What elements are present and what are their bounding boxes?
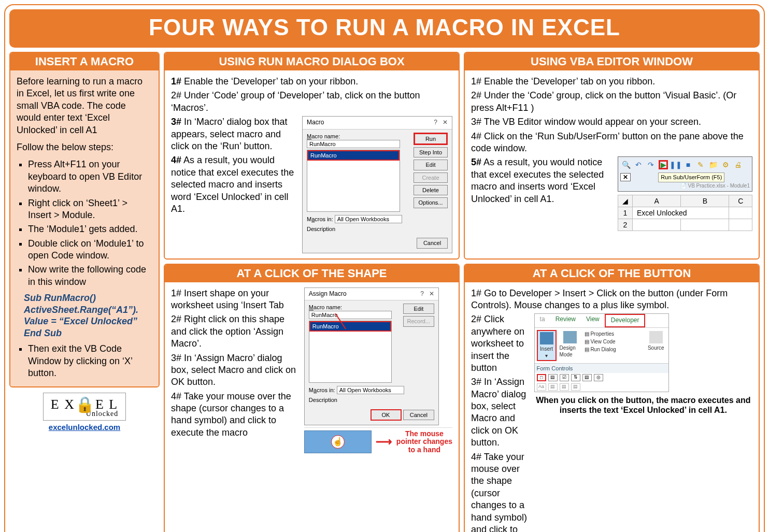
- step: 2# Right click on this shape and click t…: [171, 313, 300, 350]
- macro-name-input[interactable]: [307, 140, 400, 148]
- spinner-control-icon[interactable]: ⇅: [571, 374, 580, 381]
- listbox-control-icon[interactable]: ▤: [582, 374, 592, 381]
- macros-in-select[interactable]: All Open Workbooks: [337, 386, 404, 394]
- button-control-icon[interactable]: □: [537, 374, 546, 381]
- macro-list-item[interactable]: RunMacro: [309, 321, 391, 332]
- close-icon[interactable]: ✕: [429, 290, 434, 298]
- help-icon[interactable]: ?: [434, 119, 437, 127]
- code-block: Sub RunMacro() ActiveSheet.Range(“A1”). …: [24, 292, 152, 339]
- close-icon[interactable]: ✕: [443, 119, 448, 127]
- control-icon[interactable]: Aa: [537, 383, 546, 391]
- pause-icon[interactable]: ❚❚: [671, 160, 680, 169]
- hand-caption: The mouse pointer changes to a hand: [396, 430, 452, 454]
- step: 1# Go to Developer > Insert > Click on t…: [471, 287, 752, 312]
- project-icon[interactable]: 📁: [708, 160, 718, 169]
- stop-icon[interactable]: ■: [683, 160, 693, 169]
- row: 3# In ‘Macro’ dialog box that appears, s…: [171, 116, 452, 253]
- object-icon[interactable]: 🖨: [733, 160, 743, 169]
- run-sub-icon[interactable]: ▶: [659, 160, 668, 169]
- developer-ribbon: ta Review View Developer Insert ▾: [534, 313, 669, 392]
- panel-body: 1# Insert shape on your worksheet using …: [165, 282, 459, 532]
- properties-icon[interactable]: ⚙: [721, 160, 730, 169]
- checkbox-control-icon[interactable]: ☑: [560, 374, 569, 381]
- step: 3# The VB Editor window would appear on …: [471, 116, 752, 128]
- corner-cell: ◢: [618, 195, 633, 207]
- step: 2# Under ‘Code’ group of ‘Developer’ tab…: [171, 90, 452, 114]
- step: 1# Enable the ‘Developer’ tab on you rib…: [471, 76, 752, 88]
- ok-button[interactable]: OK: [371, 409, 402, 421]
- view-code-item[interactable]: ▤ View Code: [585, 338, 616, 346]
- tab-view[interactable]: View: [581, 314, 605, 327]
- delete-button[interactable]: Delete: [414, 185, 448, 195]
- source-button[interactable]: Source: [646, 330, 666, 352]
- tab[interactable]: ta: [535, 314, 550, 327]
- dialog-title: Macro: [307, 119, 324, 127]
- panel-click-button: AT A CLICK OF THE BUTTON 1# Go to Develo…: [464, 264, 760, 532]
- options-button[interactable]: Options...: [414, 197, 448, 208]
- tab-review[interactable]: Review: [550, 314, 581, 327]
- follow-text: Follow the below steps:: [17, 141, 152, 153]
- edit-button[interactable]: Edit: [403, 304, 434, 314]
- tab-developer[interactable]: Developer: [605, 314, 646, 327]
- run-dialog-item[interactable]: ▤ Run Dialog: [585, 346, 616, 353]
- dialog-titlebar: Macro ? ✕: [303, 117, 452, 130]
- row: 2# Click anywhere on worksheet to insert…: [471, 313, 752, 532]
- option-control-icon[interactable]: ◎: [594, 374, 603, 381]
- result-caption: When you click on the button, the macro …: [534, 395, 752, 415]
- help-icon[interactable]: ?: [420, 290, 424, 298]
- find-icon[interactable]: 🔍: [621, 160, 631, 169]
- macros-in-select[interactable]: All Open Workbooks: [335, 215, 402, 223]
- design-mode-button[interactable]: Design Mode: [558, 330, 582, 359]
- code-line: Sub RunMacro(): [24, 292, 152, 304]
- macro-listbox[interactable]: RunMacro: [307, 150, 400, 212]
- text-col: 2# Click anywhere on worksheet to insert…: [471, 313, 530, 532]
- dialog-footer: Cancel: [303, 236, 452, 252]
- description-label: Description: [307, 225, 448, 233]
- record-button: Record...: [403, 316, 434, 326]
- ribbon-body: Insert ▾ Design Mode ▤ Properties ▤ View: [535, 328, 668, 363]
- button-column: Edit Record...: [403, 304, 434, 327]
- redo-icon[interactable]: ↷: [646, 160, 656, 169]
- text-col: 1# Insert shape on your worksheet using …: [171, 287, 300, 454]
- control-icon[interactable]: ▤: [560, 383, 569, 391]
- step: 4# Take your mouse over the shape (curso…: [171, 391, 300, 439]
- steps-list: Press Alt+F11 on your keyboard to open V…: [17, 159, 152, 288]
- panel-header: USING VBA EDITOR WINDOW: [465, 53, 759, 70]
- macro-dialog: Macro ? ✕ Run Step Into Edit Crea: [302, 116, 452, 253]
- cancel-button[interactable]: Cancel: [403, 410, 434, 420]
- excel-grid: ◢ A B C 1 Excel Unlocked 2: [618, 195, 752, 232]
- step: Right click on ‘Sheet1’ > Insert > Modul…: [28, 197, 152, 222]
- control-icon[interactable]: ▤: [571, 383, 580, 391]
- run-button[interactable]: Run: [414, 133, 448, 145]
- undo-icon[interactable]: ↶: [634, 160, 643, 169]
- step: Then exit the VB Code Window by clicking…: [28, 343, 152, 379]
- row: 1# Insert shape on your worksheet using …: [171, 287, 452, 454]
- design-icon: [563, 331, 577, 343]
- control-icon[interactable]: ▤: [548, 383, 558, 391]
- run-tooltip: Run Sub/UserForm (F5): [658, 172, 724, 182]
- step-into-button[interactable]: Step Into: [414, 147, 448, 157]
- macro-name-input[interactable]: [309, 311, 392, 319]
- cell: [729, 219, 752, 231]
- toolbar-icons: 🔍 ↶ ↷ ▶ ❚❚ ■ ✎ 📁 ⚙ 🖨: [620, 159, 750, 170]
- step: 5# As a result, you would notice that ex…: [471, 156, 614, 205]
- panel-body: 1# Enable the ‘Developer’ tab on you rib…: [465, 70, 759, 258]
- close-sub-icon[interactable]: ✕: [620, 173, 631, 181]
- lock-icon: 🔒: [75, 396, 95, 413]
- vba-illustration: 🔍 ↶ ↷ ▶ ❚❚ ■ ✎ 📁 ⚙ 🖨: [618, 156, 752, 231]
- cancel-button[interactable]: Cancel: [417, 238, 448, 248]
- properties-item[interactable]: ▤ Properties: [585, 330, 616, 338]
- create-button: Create: [414, 172, 448, 183]
- form-controls-label: Form Controls: [535, 363, 668, 373]
- left-column: INSERT A MACRO Before learning to run a …: [9, 52, 160, 532]
- hand-cursor-icon: ☝: [331, 435, 345, 449]
- site-link[interactable]: excelunlocked.com: [9, 423, 160, 432]
- macro-listbox[interactable]: RunMacro: [309, 321, 392, 383]
- worksheet-shape[interactable]: ☝: [304, 430, 372, 453]
- macro-list-item[interactable]: RunMacro: [307, 150, 400, 161]
- insert-button[interactable]: Insert ▾: [537, 330, 557, 361]
- combo-control-icon[interactable]: ▤: [548, 374, 558, 381]
- design-icon[interactable]: ✎: [696, 160, 705, 169]
- vba-toolbar: 🔍 ↶ ↷ ▶ ❚❚ ■ ✎ 📁 ⚙ 🖨: [618, 156, 752, 191]
- edit-button[interactable]: Edit: [414, 160, 448, 170]
